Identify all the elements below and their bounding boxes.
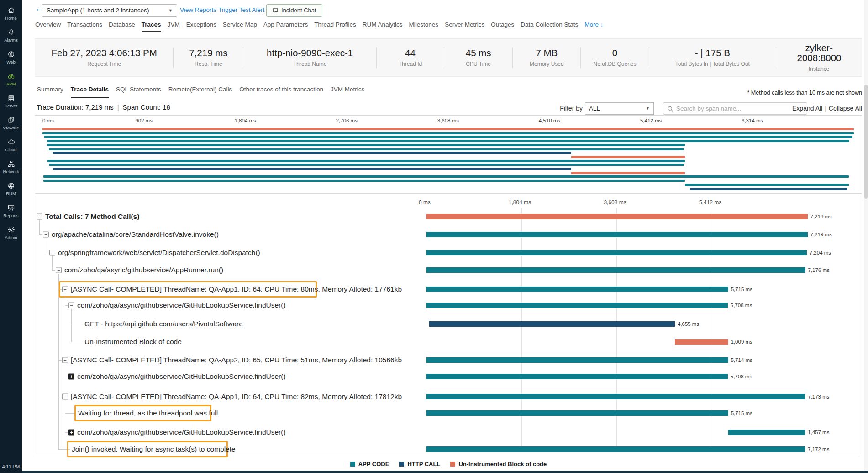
collapse-toggle-icon[interactable]: −: [56, 267, 62, 273]
collapse-toggle-icon[interactable]: −: [37, 214, 42, 220]
duration-bar[interactable]: [426, 357, 728, 363]
expand-toggle-icon[interactable]: +: [68, 374, 74, 380]
duration-value: 7,172 ms: [808, 446, 829, 452]
collapse-all-link[interactable]: Collapse All: [829, 105, 862, 112]
subtab-remote-external-calls[interactable]: Remote(External) Calls: [168, 86, 232, 98]
search-input[interactable]: [676, 103, 804, 114]
incident-chat-button[interactable]: Incident Chat: [266, 4, 322, 17]
stat-no-of-db-queries: 0No.of.DB Queries: [581, 39, 648, 76]
chart-axis-tick: 5,412 ms: [699, 199, 721, 206]
minimap-span-bar[interactable]: [47, 160, 685, 162]
duration-bar[interactable]: [426, 446, 805, 452]
minimap-span-bar[interactable]: [571, 172, 684, 174]
sidebar-item-apm[interactable]: APM: [0, 72, 22, 86]
collapse-toggle-icon[interactable]: −: [62, 357, 68, 363]
minimap-span-bar[interactable]: [44, 136, 852, 138]
minimap-axis-tick: 2,706 ms: [336, 118, 358, 123]
minimap-span-bar[interactable]: [53, 168, 571, 170]
subtab-other-traces-of-this-transaction[interactable]: Other traces of this transaction: [239, 86, 323, 98]
subtab-jvm-metrics[interactable]: JVM Metrics: [331, 86, 364, 98]
sidebar-item-vmware[interactable]: VMware: [0, 116, 22, 130]
collapse-toggle-icon[interactable]: −: [62, 394, 68, 400]
minimap-span-bar[interactable]: [47, 144, 685, 146]
minimap-span-bar[interactable]: [49, 148, 684, 150]
method-call-label: [ASYNC Call- COMPLETED] ThreadName: QA-A…: [71, 285, 402, 293]
expand-toggle-icon[interactable]: +: [68, 430, 74, 436]
collapse-toggle-icon[interactable]: −: [49, 250, 55, 256]
chat-icon: [272, 7, 279, 14]
subtab-sql-statements[interactable]: SQL Statements: [116, 86, 161, 98]
sidebar-item-cloud[interactable]: Cloud: [0, 138, 22, 152]
sidebar-item-reports[interactable]: Reports: [0, 204, 22, 218]
duration-bar[interactable]: [429, 321, 675, 327]
duration-bar[interactable]: [426, 394, 805, 399]
minimap-span-bar[interactable]: [42, 132, 854, 134]
minimap-span-bar[interactable]: [53, 152, 571, 154]
minimap-span-bar[interactable]: [690, 188, 847, 190]
scrollbar[interactable]: [864, 0, 868, 473]
minimap-span-bar[interactable]: [49, 164, 684, 166]
minimap-span-bar[interactable]: [42, 128, 854, 130]
sidebar-item-alarms[interactable]: Alarms: [0, 28, 22, 43]
duration-bar[interactable]: [426, 410, 728, 416]
sidebar-item-admin[interactable]: Admin: [0, 226, 22, 240]
tab-rum-analytics[interactable]: RUM Analytics: [363, 21, 403, 32]
tab-app-parameters[interactable]: App Parameters: [263, 21, 308, 32]
sidebar-item-network[interactable]: Network: [0, 160, 22, 174]
tab-milestones[interactable]: Milestones: [409, 21, 439, 32]
duration-bar[interactable]: [426, 232, 808, 237]
tab-jvm[interactable]: JVM: [168, 21, 180, 32]
minimap-axis-tick: 1,804 ms: [235, 118, 256, 123]
stat-memory-used: 7 MBMemory Used: [513, 39, 580, 76]
stat-thread-id: 44Thread Id: [377, 39, 444, 76]
minimap-span-bar[interactable]: [43, 180, 685, 182]
tab-database[interactable]: Database: [109, 21, 135, 32]
minimap-span-bar[interactable]: [43, 175, 849, 178]
stat-label: Thread Name: [293, 61, 326, 67]
tab-outages[interactable]: Outages: [491, 21, 514, 32]
tab-traces[interactable]: Traces: [142, 21, 161, 32]
chart-axis-tick: 3,608 ms: [604, 199, 626, 206]
subtab-trace-details[interactable]: Trace Details: [71, 86, 109, 98]
duration-bar[interactable]: [426, 214, 808, 219]
stat-total-bytes-in-total-bytes-out: - | 175 BTotal Bytes In | Total Bytes Ou…: [649, 39, 776, 76]
duration-bar[interactable]: [426, 287, 728, 292]
tab-service-map[interactable]: Service Map: [223, 21, 257, 32]
sidebar-item-server[interactable]: Server: [0, 94, 22, 108]
tab-thread-profiles[interactable]: Thread Profiles: [314, 21, 356, 32]
minimap-span-bar[interactable]: [47, 140, 849, 142]
expand-all-link[interactable]: Expand All: [792, 105, 822, 112]
sidebar-item-rum[interactable]: RUM: [0, 182, 22, 196]
minimap-span-bar[interactable]: [571, 156, 684, 158]
tab-transactions[interactable]: Transactions: [67, 21, 102, 32]
minimap-axis-tick: 6,314 ms: [742, 118, 763, 123]
duration-bar[interactable]: [426, 374, 728, 379]
sidebar: HomeAlarmsWebAPMServerVMwareCloudNetwork…: [0, 0, 22, 473]
stat-value: 7 MB: [536, 48, 558, 58]
tab-overview[interactable]: Overview: [35, 21, 61, 32]
minimap-span-bar[interactable]: [685, 184, 849, 186]
collapse-toggle-icon[interactable]: −: [43, 232, 49, 238]
filter-dropdown[interactable]: ALL ▼: [585, 102, 654, 115]
scrollbar-thumb[interactable]: [864, 85, 868, 199]
subtab-summary[interactable]: Summary: [37, 86, 63, 98]
sidebar-item-home[interactable]: Home: [0, 6, 22, 21]
sidebar-item-web[interactable]: Web: [0, 50, 22, 64]
tab-more[interactable]: More ↓: [584, 21, 603, 32]
view-reports-link[interactable]: View Reports: [180, 6, 216, 13]
tab-data-collection-stats[interactable]: Data Collection Stats: [521, 21, 578, 32]
trigger-test-alert-link[interactable]: Trigger Test Alert: [218, 6, 264, 13]
duration-value: 7,176 ms: [808, 267, 830, 273]
duration-bar[interactable]: [426, 267, 805, 273]
duration-bar[interactable]: [728, 430, 805, 435]
stat-value: http-nio-9090-exec-1: [267, 48, 353, 58]
duration-bar[interactable]: [426, 303, 728, 308]
tab-server-metrics[interactable]: Server Metrics: [445, 21, 484, 32]
sidebar-item-label: Home: [0, 16, 22, 21]
tab-exceptions[interactable]: Exceptions: [186, 21, 216, 32]
collapse-toggle-icon[interactable]: −: [62, 287, 68, 292]
app-selector-dropdown[interactable]: SampleApp (1 hosts and 2 instances) ▼: [42, 4, 177, 17]
duration-bar[interactable]: [426, 250, 807, 255]
duration-bar[interactable]: [675, 339, 728, 345]
collapse-toggle-icon[interactable]: −: [68, 303, 74, 308]
